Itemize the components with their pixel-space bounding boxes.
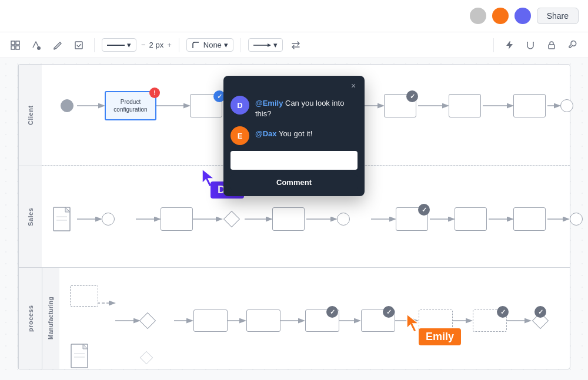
topbar-right: Share — [470, 8, 579, 24]
swimlane-label-sales: Sales — [18, 166, 42, 267]
canvas[interactable]: Client — [0, 58, 588, 380]
client-box-6[interactable] — [449, 94, 481, 117]
share-button[interactable]: Share — [537, 8, 579, 24]
separator-3 — [240, 38, 241, 52]
separator-1 — [94, 38, 95, 52]
mfg-box-2[interactable] — [246, 310, 280, 332]
svg-rect-2 — [11, 46, 15, 49]
swap-icon[interactable] — [288, 37, 304, 53]
svg-marker-8 — [268, 43, 271, 47]
comment-input-area: Comment — [223, 151, 365, 196]
sales-box-1[interactable] — [161, 207, 193, 231]
check-badge-mfg-3: ✓ — [326, 306, 338, 318]
end-circle-sales — [570, 213, 583, 226]
message-text-emily: You got it! — [277, 129, 313, 138]
comment-text-dax: @Emily Can you look into this? — [255, 96, 358, 119]
swimlane-sublabel-manufacturing: Manufacturing — [42, 268, 59, 369]
product-config-box[interactable]: Product configuration ! — [105, 91, 156, 120]
check-badge-mfg-4: ✓ — [383, 306, 395, 318]
comment-input[interactable] — [230, 151, 358, 170]
svg-rect-0 — [11, 41, 15, 45]
sales-circle-2 — [337, 213, 350, 226]
stroke-size-value: 2 px — [149, 41, 164, 49]
svg-rect-11 — [549, 45, 554, 49]
bolt-icon[interactable] — [501, 37, 517, 53]
swimlane-row-manufacturing: process Manufacturing — [18, 268, 570, 369]
comment-message-dax: D @Emily Can you look into this? — [230, 96, 358, 119]
pen-icon[interactable] — [49, 37, 66, 53]
magnet-icon[interactable] — [522, 37, 539, 53]
comment-popup: × D @Emily Can you look into this? E @Da… — [223, 76, 365, 196]
check-badge-mfg-6: ✓ — [497, 306, 509, 318]
avatar-dax: D — [230, 96, 249, 115]
swimlane-label-client: Client — [18, 65, 42, 166]
fill-icon[interactable] — [28, 37, 45, 53]
avatar-purple — [514, 8, 531, 24]
mfg-box-1[interactable] — [193, 310, 228, 332]
mfg-small-box — [70, 285, 98, 307]
check-badge-mfg-diamond: ✓ — [534, 306, 546, 318]
avatar-orange — [492, 8, 509, 24]
product-config-label: Product configuration — [113, 98, 147, 113]
warning-badge: ! — [149, 88, 160, 98]
comment-messages: D @Emily Can you look into this? E @Dax … — [223, 93, 365, 151]
corner-style-dropdown[interactable]: None ▾ — [186, 38, 233, 52]
sales-box-2[interactable] — [272, 207, 305, 231]
svg-rect-5 — [75, 42, 82, 49]
comment-popup-header: × — [223, 76, 365, 93]
avatar-emily: E — [230, 126, 249, 145]
separator-2 — [179, 38, 179, 52]
comment-message-emily: E @Dax You got it! — [230, 126, 358, 145]
sales-circle-1 — [102, 213, 115, 226]
svg-point-4 — [37, 46, 41, 50]
start-circle-client — [61, 99, 74, 112]
avatar-gray — [470, 8, 486, 24]
stroke-size-control: − 2 px + — [141, 41, 172, 49]
swimlane-content-manufacturing: ✓ ✓ ✓ ✓ — [59, 268, 570, 369]
comment-button[interactable]: Comment — [230, 174, 358, 190]
end-circle-client — [560, 99, 573, 112]
svg-rect-1 — [16, 41, 19, 45]
corner-style-label: None — [203, 41, 222, 49]
line-style-dropdown[interactable]: ▾ — [102, 38, 136, 52]
minus-button[interactable]: − — [141, 41, 146, 49]
topbar: Share — [0, 0, 588, 32]
sales-diamond-1 — [223, 211, 240, 227]
mfg-doc-box-2 — [70, 343, 91, 369]
plus-button[interactable]: + — [167, 41, 172, 49]
client-box-7[interactable] — [513, 94, 546, 117]
check-badge-sales-3: ✓ — [418, 204, 430, 216]
close-icon[interactable]: × — [348, 80, 359, 91]
check-badge-client-5: ✓ — [406, 90, 418, 102]
svg-rect-3 — [16, 46, 19, 49]
check-square-icon[interactable] — [71, 37, 87, 53]
lock-icon[interactable] — [543, 37, 560, 53]
mfg-small-diamond — [140, 351, 153, 365]
mention-emily: @Emily — [255, 99, 283, 107]
mfg-diamond-1 — [139, 312, 156, 329]
swimlane-label-process: process — [18, 268, 42, 369]
comment-text-emily: @Dax You got it! — [255, 126, 312, 139]
sales-doc-box — [52, 206, 74, 232]
separator-4 — [493, 38, 494, 52]
grid-icon[interactable] — [7, 37, 24, 53]
mention-dax: @Dax — [255, 129, 277, 138]
wrench-icon[interactable] — [564, 37, 581, 53]
toolbar: ▾ − 2 px + None ▾ ▾ — [0, 32, 588, 58]
sales-box-4[interactable] — [455, 207, 487, 231]
sales-box-5[interactable] — [513, 207, 546, 231]
emily-cursor-label: Emily — [419, 328, 461, 345]
arrow-style-dropdown[interactable]: ▾ — [248, 38, 283, 52]
